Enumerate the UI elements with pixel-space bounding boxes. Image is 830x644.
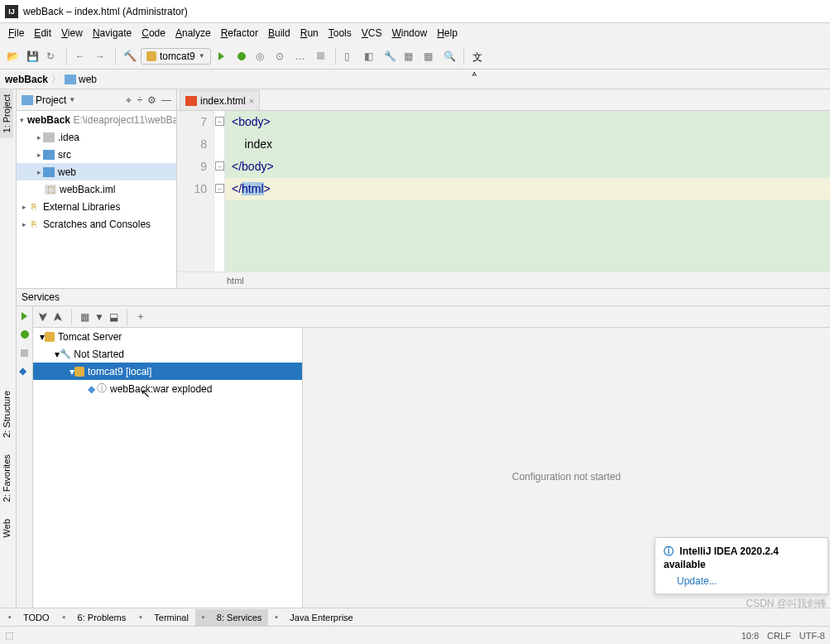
toolbar-separator xyxy=(66,48,67,65)
fold-icon[interactable]: – xyxy=(215,117,224,126)
breadcrumb-web[interactable]: web xyxy=(65,74,97,85)
status-icon[interactable]: ⬚ xyxy=(5,630,13,641)
back-button[interactable]: ← xyxy=(72,47,90,65)
close-icon[interactable]: × xyxy=(249,96,254,106)
menu-edit[interactable]: Edit xyxy=(29,26,56,41)
menu-build[interactable]: Build xyxy=(263,26,295,41)
tree-node-root[interactable]: ▾ webBack E:\ideaproject11\webBack xyxy=(17,111,176,128)
bottom-tab-todo[interactable]: ▪ TODO xyxy=(2,609,56,626)
svc-node-artifact[interactable]: ◆ ⓘ webBack:war exploded ↖ xyxy=(33,380,302,397)
toolbar-separator xyxy=(115,48,116,65)
line-gutter: 78910 xyxy=(177,111,213,272)
bottom-tab-problems[interactable]: ▪ 6: Problems xyxy=(56,609,133,626)
project-tree[interactable]: ▾ webBack E:\ideaproject11\webBack ▸ .id… xyxy=(17,111,176,288)
menu-tools[interactable]: Tools xyxy=(324,26,357,41)
editor-tabs: index.html × xyxy=(177,89,830,111)
menu-help[interactable]: Help xyxy=(432,26,463,41)
services-message: Configuration not started xyxy=(512,471,621,483)
tree-node-idea[interactable]: ▸ .idea xyxy=(17,128,176,146)
left-tool-stripe: 1: Project2: Structure2: FavoritesWeb xyxy=(0,89,17,626)
filter-icon[interactable]: ▼ xyxy=(94,311,104,323)
project-tool-window: Project ▼ ⌖ ÷ ⚙ — ▾ webBack E:\ideaproje… xyxy=(17,89,177,288)
avd-button[interactable]: ▦ xyxy=(401,47,419,65)
tab-icon: ▪ xyxy=(202,612,213,623)
run-button[interactable] xyxy=(213,47,231,65)
filter-icon[interactable]: ◆ xyxy=(18,364,31,377)
profile-button[interactable]: ⊙ xyxy=(272,47,290,65)
menu-run[interactable]: Run xyxy=(295,26,324,41)
tree-node-iml[interactable]: ⬚ webBack.iml xyxy=(17,180,176,198)
breadcrumb-webback[interactable]: webBack xyxy=(5,74,48,85)
project-structure-button[interactable]: ▦ xyxy=(420,47,439,65)
code-editor[interactable]: 78910 – – – <body> index</body></html> xyxy=(177,111,830,272)
folder-icon xyxy=(43,150,55,160)
menu-window[interactable]: Window xyxy=(386,26,432,41)
search-everywhere-button[interactable]: 🔍 xyxy=(440,47,458,65)
app-logo: IJ xyxy=(5,5,18,18)
bottom-tab-terminal[interactable]: ▪ Terminal xyxy=(132,609,195,626)
group-by-icon[interactable]: ▦ xyxy=(80,311,89,323)
services-tree[interactable]: ▾ Tomcat Server ▾🔧 Not Started ▾ tomcat9… xyxy=(33,328,303,626)
tree-node-web[interactable]: ▸ web xyxy=(17,163,176,180)
tree-node-src[interactable]: ▸ src xyxy=(17,146,176,163)
hide-icon[interactable]: — xyxy=(161,94,171,106)
editor-crumb-bar[interactable]: html xyxy=(177,272,830,288)
stripe-project[interactable]: 1: Project xyxy=(0,89,13,137)
stripe-favorites[interactable]: 2: Favorites xyxy=(0,449,13,507)
view-toggle-icon[interactable]: ⬓ xyxy=(109,311,118,323)
expand-all-icon[interactable]: ⮟ xyxy=(38,311,48,323)
update-notification[interactable]: ⓘ IntelliJ IDEA 2020.2.4 available Updat… xyxy=(655,537,828,594)
update-link[interactable]: Update... xyxy=(677,575,819,587)
svc-node-not-started[interactable]: ▾🔧 Not Started xyxy=(33,345,302,363)
translation-button[interactable]: 文A xyxy=(469,47,487,65)
open-file-button[interactable]: 📂 xyxy=(3,47,22,65)
code-content[interactable]: <body> index</body></html> xyxy=(225,111,830,272)
line-separator[interactable]: CRLF xyxy=(767,631,791,641)
save-all-button[interactable]: 💾 xyxy=(23,47,41,65)
stop-button[interactable] xyxy=(18,346,31,359)
android-profiler-button[interactable]: ◧ xyxy=(361,47,379,65)
bottom-tool-tabs: ▪ TODO▪ 6: Problems▪ Terminal▪ 8: Servic… xyxy=(0,608,830,626)
gear-icon[interactable]: ⚙ xyxy=(147,94,156,106)
stop-button[interactable] xyxy=(312,47,330,65)
menu-refactor[interactable]: Refactor xyxy=(216,26,263,41)
project-view-selector[interactable]: Project ▼ xyxy=(22,94,75,106)
device-button[interactable]: ▯ xyxy=(341,47,359,65)
editor-tab[interactable]: index.html × xyxy=(180,90,260,110)
menu-code[interactable]: Code xyxy=(137,26,170,41)
build-button[interactable]: 🔨 xyxy=(121,47,139,65)
debug-button[interactable] xyxy=(18,328,31,341)
coverage-button[interactable]: ◎ xyxy=(252,47,271,65)
project-panel-header: Project ▼ ⌖ ÷ ⚙ — xyxy=(17,89,176,111)
sync-button[interactable]: ↻ xyxy=(43,47,61,65)
file-encoding[interactable]: UTF-8 xyxy=(799,631,825,641)
menu-navigate[interactable]: Navigate xyxy=(88,26,137,41)
settings-button[interactable]: 🔧 xyxy=(381,47,399,65)
debug-button[interactable] xyxy=(233,47,251,65)
attach-button[interactable]: … xyxy=(292,47,310,65)
svc-node-tomcat-server[interactable]: ▾ Tomcat Server xyxy=(33,328,302,345)
fold-icon[interactable]: – xyxy=(215,184,224,193)
bottom-tab-javaenterprise[interactable]: ▪ Java Enterprise xyxy=(268,609,359,626)
bottom-tab-services[interactable]: ▪ 8: Services xyxy=(195,609,268,626)
run-button[interactable] xyxy=(18,310,31,323)
stripe-structure[interactable]: 2: Structure xyxy=(0,386,13,443)
run-config-selector[interactable]: tomcat9 ▼ xyxy=(141,48,211,65)
fold-column[interactable]: – – – xyxy=(213,111,225,272)
collapse-all-icon[interactable]: ⮝ xyxy=(53,311,63,323)
tree-node-external-libs[interactable]: ▸⎘ External Libraries xyxy=(17,198,176,215)
collapse-all-icon[interactable]: ÷ xyxy=(137,94,142,106)
menu-analyze[interactable]: Analyze xyxy=(170,26,216,41)
fold-icon[interactable]: – xyxy=(215,161,224,171)
tree-node-scratches[interactable]: ▸⎘ Scratches and Consoles xyxy=(17,215,176,233)
cursor-position[interactable]: 10:8 xyxy=(741,631,759,641)
locate-icon[interactable]: ⌖ xyxy=(126,94,132,106)
add-button[interactable]: ＋ xyxy=(136,310,146,324)
panel-title-label: Project xyxy=(36,94,66,106)
stripe-web[interactable]: Web xyxy=(0,514,13,542)
menu-vcs[interactable]: VCS xyxy=(357,26,387,41)
svc-node-tomcat9-local[interactable]: ▾ tomcat9 [local] xyxy=(33,363,302,380)
forward-button[interactable]: → xyxy=(92,47,110,65)
menu-file[interactable]: File xyxy=(3,26,29,41)
menu-view[interactable]: View xyxy=(56,26,88,41)
